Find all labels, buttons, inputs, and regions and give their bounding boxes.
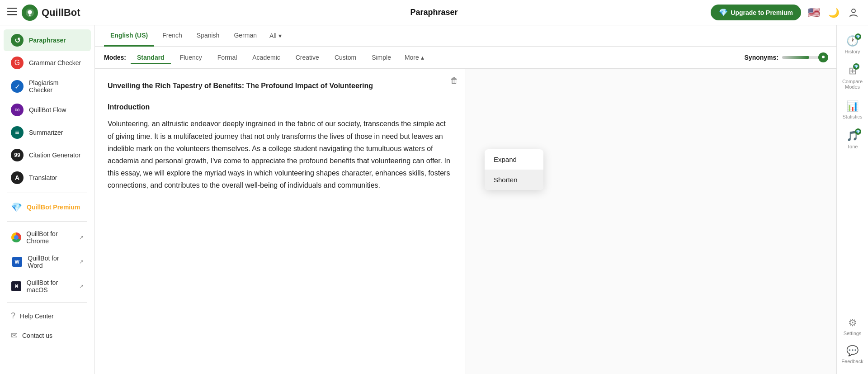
synonyms-slider-fill — [782, 56, 809, 59]
tone-label: Tone — [847, 144, 858, 149]
right-sidebar-item-compare-modes[interactable]: ⊞ 💎 Compare Modes — [839, 61, 867, 94]
sidebar-item-help[interactable]: ? Help Center — [4, 307, 91, 325]
sidebar-item-contact[interactable]: ✉ Contact us — [4, 326, 91, 345]
chrome-icon — [11, 232, 21, 242]
feedback-icon: 💬 — [846, 345, 859, 357]
sidebar-item-chrome[interactable]: QuillBot for Chrome ↗ — [4, 226, 91, 249]
mode-custom[interactable]: Custom — [328, 51, 363, 64]
more-label: More — [405, 54, 419, 61]
mode-formal[interactable]: Formal — [211, 51, 244, 64]
upgrade-label: Upgrade to Premium — [731, 9, 793, 16]
header-right: 💎 Upgrade to Premium 🇺🇸 🌙 — [711, 5, 861, 20]
all-label: All — [269, 32, 277, 39]
sidebar-label-translator: Translator — [29, 174, 57, 181]
user-account-icon[interactable] — [846, 5, 861, 20]
sidebar-label-premium: QuillBot Premium — [27, 204, 80, 211]
svg-point-4 — [29, 14, 31, 16]
right-sidebar-item-tone[interactable]: 🎵 💎 Tone — [839, 126, 867, 154]
header: QuillBot Paraphraser 💎 Upgrade to Premiu… — [0, 0, 868, 25]
plagiarism-icon: ✓ — [11, 80, 24, 93]
upgrade-button[interactable]: 💎 Upgrade to Premium — [711, 5, 801, 20]
right-sidebar-item-feedback[interactable]: 💬 Feedback — [839, 341, 867, 369]
right-sidebar-item-statistics[interactable]: 📊 Statistics — [839, 96, 867, 124]
svg-rect-1 — [7, 11, 17, 12]
sidebar-label-mac: QuillBot for macOS — [27, 279, 75, 294]
sidebar-item-plagiarism-checker[interactable]: ✓ Plagiarism Checker — [4, 75, 91, 98]
history-icon: 🕐 💎 — [846, 35, 859, 47]
help-icon: ? — [11, 311, 15, 321]
sidebar-divider-3 — [7, 302, 87, 303]
synonyms-slider-thumb[interactable] — [818, 52, 828, 62]
right-sidebar-item-settings[interactable]: ⚙ Settings — [839, 312, 867, 341]
more-modes-dropdown: Expand Shorten — [485, 149, 543, 190]
svg-point-6 — [822, 56, 825, 58]
history-premium-badge: 💎 — [855, 33, 861, 40]
summarizer-icon: ≡ — [11, 126, 24, 139]
sidebar-label-word: QuillBot for Word — [28, 255, 75, 269]
sidebar-item-quillbot-flow[interactable]: ∞ QuillBot Flow — [4, 99, 91, 121]
sidebar-item-grammar-checker[interactable]: G Grammar Checker — [4, 52, 91, 74]
mac-icon: ⌘ — [11, 281, 21, 291]
editor-section-title: Introduction — [108, 101, 453, 113]
contact-icon: ✉ — [11, 331, 18, 341]
sidebar-label-contact: Contact us — [22, 332, 52, 339]
tab-german[interactable]: German — [227, 25, 263, 47]
right-sidebar: 🕐 💎 History ⊞ 💎 Compare Modes 📊 Statisti… — [836, 25, 868, 374]
mode-academic[interactable]: Academic — [246, 51, 286, 64]
history-label: History — [844, 49, 860, 54]
theme-toggle[interactable]: 🌙 — [826, 5, 841, 20]
flag-icon[interactable]: 🇺🇸 — [807, 5, 821, 20]
header-left: QuillBot — [7, 5, 80, 21]
delete-button[interactable]: 🗑 — [450, 76, 458, 85]
mode-standard[interactable]: Standard — [131, 51, 171, 64]
menu-icon[interactable] — [7, 6, 17, 19]
synonyms-slider[interactable] — [782, 56, 827, 59]
tab-spanish[interactable]: Spanish — [190, 25, 226, 47]
sidebar-label-plagiarism: Plagiarism Checker — [29, 79, 84, 94]
sidebar-label-help: Help Center — [20, 312, 54, 320]
dropdown-item-shorten[interactable]: Shorten — [485, 170, 543, 190]
tab-french[interactable]: French — [156, 25, 189, 47]
compare-modes-label: Compare Modes — [841, 79, 864, 90]
sidebar-item-mac[interactable]: ⌘ QuillBot for macOS ↗ — [4, 275, 91, 298]
left-editor-panel[interactable]: 🗑 Unveiling the Rich Tapestry of Benefit… — [95, 69, 466, 374]
sidebar-divider-2 — [7, 221, 87, 222]
chrome-icon-wrap — [11, 231, 22, 244]
right-sidebar-item-history[interactable]: 🕐 💎 History — [839, 31, 867, 59]
mode-creative[interactable]: Creative — [289, 51, 326, 64]
sidebar-divider-1 — [7, 193, 87, 193]
logo[interactable]: QuillBot — [22, 5, 80, 21]
paraphraser-icon: ↺ — [11, 34, 24, 47]
sidebar-item-summarizer[interactable]: ≡ Summarizer — [4, 122, 91, 143]
compare-modes-icon: ⊞ 💎 — [849, 65, 857, 77]
statistics-label: Statistics — [842, 114, 862, 119]
modes-bar: Modes: Standard Fluency Formal Academic … — [95, 47, 836, 69]
compare-premium-badge: 💎 — [853, 63, 859, 70]
settings-icon: ⚙ — [848, 317, 857, 329]
mode-simple[interactable]: Simple — [365, 51, 397, 64]
mac-icon-wrap: ⌘ — [11, 280, 22, 293]
sidebar-item-citation-generator[interactable]: 99 Citation Generator — [4, 144, 91, 166]
more-modes-button[interactable]: More ▴ — [400, 51, 429, 64]
sidebar-item-paraphraser[interactable]: ↺ Paraphraser — [4, 29, 91, 51]
sidebar-item-word[interactable]: W QuillBot for Word ↗ — [4, 250, 91, 274]
sidebar-item-premium[interactable]: 💎 QuillBot Premium — [4, 197, 91, 217]
modes-label: Modes: — [104, 54, 126, 61]
tone-premium-badge: 💎 — [855, 128, 861, 135]
synonyms-thumb-icon — [821, 55, 826, 60]
sidebar-label-grammar: Grammar Checker — [29, 59, 81, 66]
diamond-icon: 💎 — [719, 8, 728, 17]
sidebar-label-summarizer: Summarizer — [29, 129, 63, 136]
synonyms-section: Synonyms: — [745, 54, 827, 61]
right-editor-panel[interactable] — [466, 69, 837, 374]
logo-text: QuillBot — [42, 7, 80, 19]
all-languages-dropdown[interactable]: All ▾ — [265, 26, 286, 46]
editor-body: Volunteering, an altruistic endeavor dee… — [108, 118, 453, 191]
premium-diamond-icon: 💎 — [11, 202, 22, 213]
tab-english-us[interactable]: English (US) — [104, 25, 154, 47]
sidebar-label-paraphraser: Paraphraser — [29, 37, 66, 44]
word-icon: W — [12, 257, 22, 267]
dropdown-item-expand[interactable]: Expand — [485, 149, 543, 170]
mode-fluency[interactable]: Fluency — [174, 51, 208, 64]
sidebar-item-translator[interactable]: A Translator — [4, 167, 91, 189]
